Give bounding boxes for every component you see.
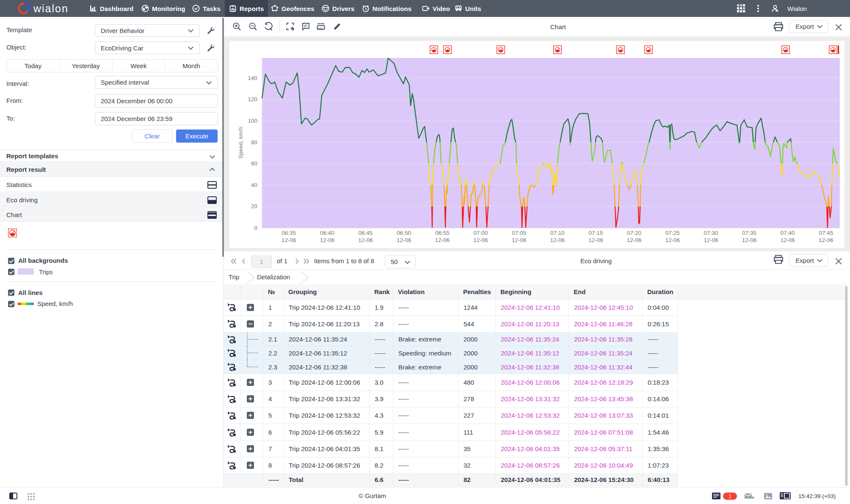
svg-text:Speed, km/h: Speed, km/h [237, 127, 244, 159]
svg-text:0: 0 [254, 225, 257, 231]
svg-text:06:50: 06:50 [397, 230, 411, 236]
svg-text:12-06: 12-06 [512, 237, 527, 243]
svg-text:07:30: 07:30 [704, 230, 718, 236]
svg-text:12-06: 12-06 [397, 237, 411, 243]
svg-text:12-06: 12-06 [281, 237, 296, 243]
svg-text:06:55: 06:55 [435, 230, 450, 236]
svg-text:100: 100 [248, 118, 257, 124]
svg-text:12-06: 12-06 [588, 237, 603, 243]
svg-text:06:40: 06:40 [320, 230, 334, 236]
svg-text:60: 60 [251, 160, 257, 167]
svg-text:07:00: 07:00 [474, 230, 488, 236]
svg-text:120: 120 [248, 96, 257, 102]
svg-text:07:10: 07:10 [550, 230, 565, 236]
svg-text:12-06: 12-06 [550, 237, 565, 243]
svg-text:12-06: 12-06 [320, 237, 335, 243]
svg-text:07:20: 07:20 [627, 230, 641, 236]
svg-text:12-06: 12-06 [742, 237, 757, 243]
svg-text:12-06: 12-06 [358, 237, 373, 243]
svg-text:140: 140 [248, 75, 257, 81]
svg-text:12-06: 12-06 [473, 237, 488, 243]
svg-text:07:40: 07:40 [781, 230, 795, 236]
svg-text:12-06: 12-06 [819, 237, 833, 243]
svg-text:12-06: 12-06 [435, 237, 450, 243]
svg-text:07:15: 07:15 [589, 230, 603, 236]
svg-text:40: 40 [251, 182, 257, 188]
svg-text:06:45: 06:45 [359, 230, 373, 236]
svg-text:20: 20 [251, 203, 257, 209]
svg-text:07:05: 07:05 [512, 230, 526, 236]
svg-text:07:25: 07:25 [665, 230, 680, 236]
svg-text:07:35: 07:35 [742, 230, 756, 236]
svg-text:80: 80 [251, 139, 257, 146]
svg-text:12-06: 12-06 [627, 237, 642, 243]
svg-text:12-06: 12-06 [704, 237, 718, 243]
svg-text:07:45: 07:45 [819, 230, 833, 236]
svg-text:12-06: 12-06 [665, 237, 680, 243]
svg-text:06:35: 06:35 [281, 230, 296, 236]
svg-text:12-06: 12-06 [780, 237, 795, 243]
